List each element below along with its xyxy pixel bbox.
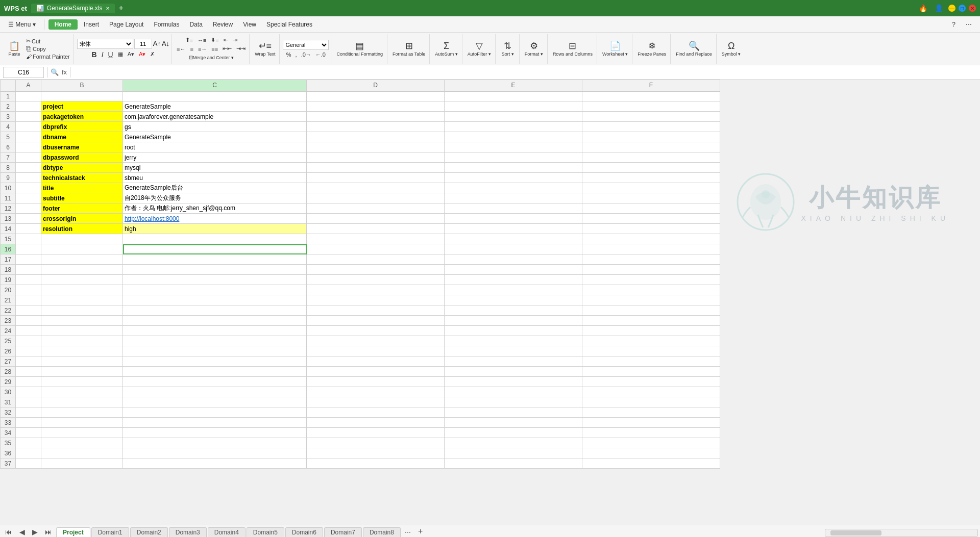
sheet-tab-domain6[interactable]: Domain6 xyxy=(285,527,323,537)
row-number[interactable]: 12 xyxy=(1,203,16,214)
formula-input[interactable] xyxy=(74,67,977,78)
percent-button[interactable]: % xyxy=(285,51,293,58)
decrease-indent-button[interactable]: ⇥⇥ xyxy=(235,45,247,53)
row-number[interactable]: 13 xyxy=(1,214,16,224)
cell[interactable] xyxy=(445,234,582,244)
cell[interactable] xyxy=(41,438,123,448)
cell[interactable] xyxy=(123,275,307,285)
cell[interactable] xyxy=(123,458,307,469)
font-color-button[interactable]: A▾ xyxy=(137,50,147,58)
increase-indent-button[interactable]: ⇤⇤ xyxy=(221,45,233,53)
cell[interactable]: packagetoken xyxy=(41,112,123,122)
cell[interactable] xyxy=(445,152,582,163)
cell[interactable] xyxy=(445,254,582,265)
format-button[interactable]: ⚙ Format ▾ xyxy=(523,40,545,58)
cell[interactable] xyxy=(582,101,720,112)
cell[interactable] xyxy=(445,346,582,356)
cell[interactable] xyxy=(445,295,582,305)
cell[interactable] xyxy=(445,193,582,203)
row-number[interactable]: 26 xyxy=(1,346,16,356)
row-number[interactable]: 33 xyxy=(1,418,16,428)
fill-color-button[interactable]: A▾ xyxy=(126,50,136,58)
cell[interactable] xyxy=(445,448,582,458)
cell[interactable] xyxy=(123,316,307,326)
cell[interactable]: dbname xyxy=(41,132,123,142)
font-name-select[interactable]: 宋体 xyxy=(77,39,133,49)
cell-name-box[interactable] xyxy=(3,67,44,78)
cell[interactable] xyxy=(582,336,720,346)
cell[interactable] xyxy=(16,132,41,142)
cell[interactable] xyxy=(41,316,123,326)
cell[interactable] xyxy=(41,407,123,418)
cell[interactable]: 作者：火鸟 电邮:jerry_shen_sjf@qq.com xyxy=(123,203,307,214)
cell[interactable] xyxy=(41,367,123,377)
col-header-f[interactable]: F xyxy=(582,80,720,91)
cell[interactable] xyxy=(123,356,307,367)
cell[interactable] xyxy=(307,377,445,387)
cell[interactable] xyxy=(123,418,307,428)
cell[interactable] xyxy=(307,101,445,112)
cell[interactable]: technicalstack xyxy=(41,173,123,183)
cell[interactable] xyxy=(445,173,582,183)
cell[interactable]: GenerateSample xyxy=(123,132,307,142)
sheet-nav-next[interactable]: ▶ xyxy=(29,527,41,537)
cell[interactable] xyxy=(16,387,41,397)
row-number[interactable]: 1 xyxy=(1,91,16,101)
justify-button[interactable]: ≡≡ xyxy=(210,45,219,53)
cell[interactable] xyxy=(307,203,445,214)
cut-button[interactable]: ✂ Cut xyxy=(24,37,71,45)
cell[interactable] xyxy=(16,448,41,458)
row-number[interactable]: 19 xyxy=(1,275,16,285)
cell[interactable] xyxy=(445,214,582,224)
cell[interactable] xyxy=(307,275,445,285)
cell[interactable] xyxy=(582,387,720,397)
cell[interactable] xyxy=(123,265,307,275)
cell[interactable] xyxy=(582,91,720,101)
row-number[interactable]: 16 xyxy=(1,244,16,254)
cell[interactable] xyxy=(307,397,445,407)
sheet-tabs-more[interactable]: ⋯ xyxy=(402,528,414,537)
cell[interactable] xyxy=(582,397,720,407)
cell[interactable] xyxy=(582,285,720,295)
cell[interactable] xyxy=(307,152,445,163)
cell[interactable] xyxy=(445,183,582,193)
cell[interactable] xyxy=(123,438,307,448)
cell[interactable] xyxy=(16,275,41,285)
cell[interactable] xyxy=(445,132,582,142)
cell[interactable] xyxy=(582,234,720,244)
cell[interactable] xyxy=(445,387,582,397)
cell[interactable] xyxy=(41,285,123,295)
cell[interactable] xyxy=(16,326,41,336)
cell[interactable] xyxy=(445,458,582,469)
cell[interactable] xyxy=(307,265,445,275)
cell[interactable] xyxy=(307,234,445,244)
horizontal-scrollbar[interactable] xyxy=(825,529,978,537)
cell[interactable]: dbusername xyxy=(41,142,123,152)
cell[interactable] xyxy=(16,316,41,326)
menu-item-menu[interactable]: ☰ Menu ▾ xyxy=(4,19,40,30)
cell[interactable] xyxy=(41,336,123,346)
cell[interactable] xyxy=(445,122,582,132)
row-number[interactable]: 37 xyxy=(1,458,16,469)
row-number[interactable]: 11 xyxy=(1,193,16,203)
row-number[interactable]: 18 xyxy=(1,265,16,275)
cell[interactable] xyxy=(307,295,445,305)
row-number[interactable]: 22 xyxy=(1,305,16,316)
cell[interactable] xyxy=(16,224,41,234)
cell[interactable] xyxy=(16,305,41,316)
cell[interactable]: com.javaforever.generatesample xyxy=(123,112,307,122)
grid-wrapper[interactable]: 小牛知识库 XIAO NIU ZHI SHI KU A B C D E F xyxy=(0,80,980,525)
cell[interactable] xyxy=(307,214,445,224)
cell[interactable] xyxy=(445,316,582,326)
cell[interactable]: sbmeu xyxy=(123,173,307,183)
cell[interactable] xyxy=(16,254,41,265)
copy-button[interactable]: ⿻ Copy xyxy=(24,45,71,53)
cell[interactable] xyxy=(307,244,445,254)
avatar-icon[interactable]: 👤 xyxy=(933,3,945,13)
row-number[interactable]: 30 xyxy=(1,387,16,397)
cell[interactable]: jerry xyxy=(123,152,307,163)
cell[interactable] xyxy=(582,305,720,316)
cell[interactable]: high xyxy=(123,224,307,234)
menu-item-home[interactable]: Home xyxy=(48,19,78,30)
decrease-decimal-button[interactable]: ←.0 xyxy=(314,51,327,58)
